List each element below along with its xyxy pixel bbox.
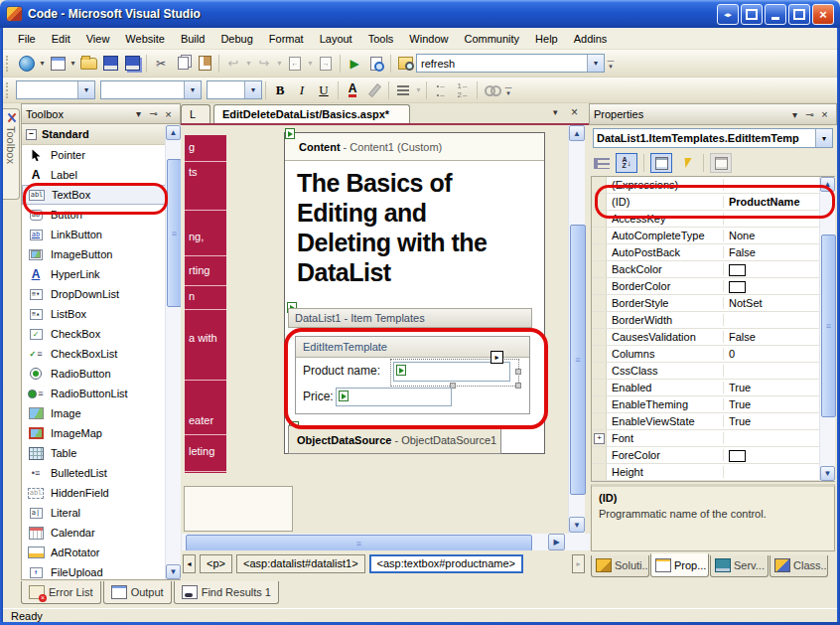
toolbox-item-imagemap[interactable]: ImageMap	[22, 423, 180, 443]
property-value[interactable]	[724, 448, 834, 461]
toolbox-item-checkbox[interactable]: ✓CheckBox	[22, 324, 180, 344]
new-website-button[interactable]	[16, 53, 38, 75]
property-row-accesskey[interactable]: AccessKey	[592, 211, 834, 228]
smart-tag-button[interactable]: ▸	[490, 351, 503, 364]
menu-item-file[interactable]: File	[11, 30, 43, 48]
asp-control-glyph[interactable]	[396, 365, 406, 376]
hyperlink-button[interactable]	[481, 79, 502, 101]
scrollbar-thumb[interactable]	[821, 234, 836, 417]
asp-control-glyph[interactable]	[285, 128, 295, 139]
toolbox-item-hiddenfield[interactable]: ablHiddenField	[22, 483, 180, 503]
property-row-causesvalidation[interactable]: CausesValidationFalse	[592, 329, 834, 346]
property-row-enabled[interactable]: EnabledTrue	[592, 380, 834, 396]
close-button[interactable]: ×	[812, 4, 834, 25]
property-row-cssclass[interactable]: CssClass	[592, 363, 834, 380]
toolbox-item-fileupload[interactable]: ↑FileUpload	[22, 562, 180, 582]
toolbox-item-checkboxlist[interactable]: ✓≡CheckBoxList	[22, 344, 180, 364]
copy-button[interactable]	[172, 53, 194, 75]
content-placeholder[interactable]: Content - Content1 (Custom) The Basics o…	[284, 132, 545, 454]
minimize-button[interactable]	[765, 4, 786, 25]
property-row-forecolor[interactable]: ForeColor	[592, 447, 834, 464]
property-row-borderwidth[interactable]: BorderWidth	[592, 312, 834, 329]
toolbox-window-menu-icon[interactable]: ▾	[131, 108, 146, 119]
property-row-enabletheming[interactable]: EnableThemingTrue	[592, 396, 834, 413]
panel-tab-prop[interactable]: Prop...	[650, 553, 709, 577]
target-rule-combobox[interactable]: ▾	[16, 80, 95, 99]
navigate-backward-button[interactable]: ←	[284, 53, 306, 75]
scrollbar-thumb[interactable]	[186, 535, 532, 551]
save-button[interactable]	[99, 53, 121, 75]
scroll-down-arrow[interactable]: ▼	[820, 466, 835, 481]
new-website-dropdown[interactable]: ▾	[38, 59, 47, 68]
menu-item-window[interactable]: Window	[402, 30, 455, 48]
resize-handle[interactable]	[515, 383, 521, 389]
scroll-down-arrow[interactable]: ▼	[166, 564, 181, 579]
toolbox-item-label[interactable]: ALabel	[22, 165, 180, 185]
document-tab-active[interactable]: EditDeleteDataList/Basics.aspx*	[213, 104, 410, 123]
events-icon[interactable]	[675, 153, 697, 173]
categorized-icon[interactable]	[591, 153, 613, 173]
asp-control-glyph[interactable]	[339, 391, 349, 401]
scroll-up-arrow[interactable]: ▲	[166, 125, 181, 140]
window-float-button[interactable]	[741, 4, 763, 25]
menu-item-help[interactable]: Help	[528, 30, 565, 48]
underline-button[interactable]: U	[313, 79, 335, 101]
toolbox-item-adrotator[interactable]: AdRotator	[22, 543, 180, 562]
property-row-borderstyle[interactable]: BorderStyleNotSet	[592, 295, 834, 312]
price-textbox[interactable]	[336, 388, 452, 406]
redo-button[interactable]: ↪	[253, 53, 275, 75]
start-debugging-button[interactable]: ▶	[344, 53, 365, 75]
toolbox-close-icon[interactable]: ×	[161, 108, 176, 120]
panel-tab-sol[interactable]: Soluti...	[591, 555, 649, 577]
add-item-dropdown[interactable]: ▾	[69, 59, 77, 68]
property-row-maxlength[interactable]: MaxLength0	[592, 481, 834, 482]
toolbar-grip[interactable]	[6, 82, 12, 98]
scroll-up-arrow[interactable]: ▲	[820, 177, 835, 192]
alignment-button[interactable]	[392, 79, 414, 101]
scroll-up-arrow[interactable]: ▲	[569, 125, 585, 141]
design-surface[interactable]: gtsng,rtingna witheaterleting Content - …	[181, 125, 589, 534]
property-row-autopostback[interactable]: AutoPostBackFalse	[592, 244, 834, 261]
cut-button[interactable]: ✂	[150, 53, 172, 75]
panel-tab-class[interactable]: Class...	[770, 555, 828, 577]
menu-item-debug[interactable]: Debug	[213, 30, 259, 48]
bold-button[interactable]: B	[269, 79, 291, 101]
design-vertical-scrollbar[interactable]: ▲ ▼	[568, 125, 585, 534]
find-combobox[interactable]: refresh ▾	[416, 54, 605, 73]
menu-item-edit[interactable]: Edit	[45, 30, 77, 48]
bottom-tab-find[interactable]: Find Results 1	[174, 581, 279, 604]
scroll-right-arrow[interactable]: ▶	[548, 534, 565, 550]
alignment-dropdown[interactable]: ▾	[414, 85, 423, 94]
property-row-backcolor[interactable]: BackColor	[592, 261, 834, 278]
property-value[interactable]: True	[724, 415, 834, 427]
properties-header[interactable]: Properties ▾ ⊸ ×	[589, 103, 837, 125]
toolbar-overflow-button[interactable]: —▾	[605, 54, 617, 74]
productname-textbox[interactable]	[393, 362, 510, 382]
bulleted-list-button[interactable]: •–•–	[430, 79, 452, 101]
open-file-button[interactable]	[77, 53, 99, 75]
property-row-autocompletetype[interactable]: AutoCompleteTypeNone	[592, 228, 834, 244]
menu-item-view[interactable]: View	[79, 30, 117, 48]
redo-dropdown[interactable]: ▾	[275, 59, 284, 68]
toolbox-item-radiobutton[interactable]: RadioButton	[22, 364, 180, 384]
toolbox-scrollbar[interactable]: ▲ ▼	[165, 125, 181, 579]
toolbox-item-linkbutton[interactable]: abLinkButton	[22, 225, 180, 244]
find-in-files-button[interactable]	[394, 53, 416, 75]
properties-pin-icon[interactable]: ⊸	[802, 109, 817, 120]
tab-list-dropdown-icon[interactable]: ▾	[553, 107, 558, 117]
menu-item-tools[interactable]: Tools	[361, 30, 401, 48]
object-combobox-arrow[interactable]: ▾	[815, 129, 832, 147]
property-value[interactable]: True	[724, 382, 834, 393]
properties-object-combobox[interactable]: DataList1.ItemTemplates.EditItemTemp ▾	[593, 128, 833, 148]
property-value[interactable]: None	[724, 230, 834, 241]
document-tab-hidden[interactable]: L	[181, 104, 210, 123]
add-new-item-button[interactable]	[47, 53, 69, 75]
font-color-button[interactable]: A	[342, 79, 363, 101]
navigate-forward-button[interactable]: →	[315, 53, 337, 75]
save-all-button[interactable]	[121, 53, 143, 75]
window-nav-button[interactable]: ◂▸	[717, 4, 739, 25]
color-swatch[interactable]	[729, 264, 746, 276]
properties-scrollbar[interactable]: ▲ ▼	[819, 177, 835, 481]
bottom-tab-err[interactable]: Error List	[21, 581, 101, 604]
edit-item-template-box[interactable]: EditItemTemplate Product name: ▸ Price:	[295, 336, 530, 414]
